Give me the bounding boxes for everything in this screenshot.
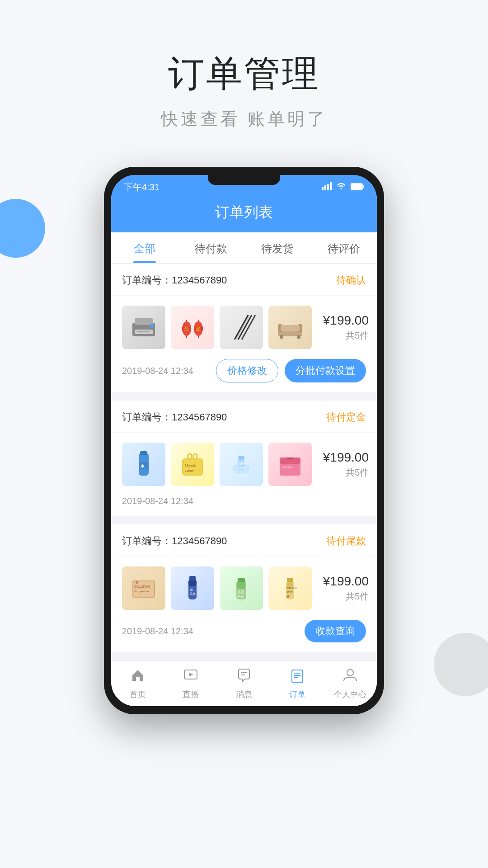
svg-rect-29 [280, 335, 283, 339]
receipt-query-button[interactable]: 收款查询 [305, 620, 366, 642]
svg-text:Swisse: Swisse [282, 466, 292, 469]
nav-order[interactable]: 订单 [271, 661, 324, 706]
hero-title: 订单管理 [161, 50, 328, 99]
status-icons [322, 182, 364, 193]
nav-profile[interactable]: 个人中心 [324, 661, 377, 706]
svg-rect-68 [287, 578, 293, 582]
phone-mockup: 下午4:31 [104, 167, 384, 714]
product-img-lantern: 囍 囍 [171, 306, 214, 349]
svg-marker-73 [189, 673, 193, 676]
order-2-products: 水 Monde Cream [111, 433, 377, 496]
order-3-product-images: GALLETAS Campesinas 蓝 [122, 566, 312, 610]
order-2-date: 2019-08-24 12:34 [122, 496, 193, 506]
product-img-bag: Monde Cream [171, 443, 214, 486]
order-3-header: 订单编号：1234567890 待付尾款 [111, 524, 377, 557]
phone-screen: 下午4:31 [111, 175, 377, 706]
svg-rect-4 [351, 184, 362, 190]
svg-point-80 [347, 670, 353, 676]
svg-text:护发: 护发 [237, 595, 244, 598]
nav-home-label: 首页 [130, 689, 146, 700]
svg-text:SPF: SPF [239, 462, 246, 466]
svg-text:囍: 囍 [184, 326, 189, 331]
order-card-1: 订单编号：1234567890 待确认 [111, 264, 377, 392]
svg-rect-10 [137, 331, 150, 332]
phone-notch [208, 175, 280, 185]
product-img-brush [220, 306, 263, 349]
order-tabs: 全部 待付款 待发货 待评价 [111, 232, 377, 264]
order-card-3: 订单编号：1234567890 待付尾款 GALLETAS Camp [111, 524, 377, 652]
nav-live[interactable]: 直播 [164, 661, 218, 706]
svg-text:Cream: Cream [185, 469, 194, 472]
svg-rect-58 [189, 576, 196, 580]
svg-rect-50 [287, 458, 293, 459]
order-3-products: GALLETAS Campesinas 蓝 [111, 557, 377, 620]
svg-rect-76 [292, 670, 303, 683]
product-img-spray: 蓝 洗护 [171, 566, 214, 610]
svg-text:洗护: 洗护 [190, 592, 196, 595]
svg-rect-7 [135, 318, 153, 325]
svg-text:囍: 囍 [196, 326, 201, 331]
bg-circle-left [0, 199, 45, 258]
nav-order-label: 订单 [289, 689, 305, 700]
signal-icon [322, 182, 332, 193]
order-2-header: 订单编号：1234567890 待付定金 [111, 401, 377, 433]
order-1-footer: 2019-08-24 12:34 价格修改 分批付款设置 [111, 359, 377, 392]
svg-rect-62 [237, 581, 245, 589]
svg-text:水: 水 [140, 464, 145, 468]
order-1-product-images: 囍 囍 [122, 306, 312, 349]
svg-text:Campesinas: Campesinas [134, 590, 149, 593]
order-3-price-amount: ¥199.00 [319, 574, 369, 589]
order-1-number: 订单编号：1234567890 [122, 274, 227, 287]
order-2-number: 订单编号：1234567890 [122, 410, 227, 424]
product-img-box: Swisse [268, 443, 312, 486]
svg-rect-3 [330, 182, 332, 190]
tab-pending-payment[interactable]: 待付款 [178, 232, 244, 263]
svg-text:洗发: 洗发 [237, 590, 244, 594]
order-2-price: ¥199.00 共5件 [319, 450, 369, 479]
bg-circle-right [434, 633, 488, 696]
svg-text:液: 液 [286, 595, 290, 598]
wifi-icon [336, 182, 346, 193]
svg-line-23 [242, 315, 255, 340]
svg-point-9 [150, 324, 153, 328]
nav-message[interactable]: 消息 [217, 661, 271, 706]
batch-payment-button[interactable]: 分批付款设置 [285, 359, 366, 382]
order-2-status: 待付定金 [326, 410, 366, 424]
order-2-price-count: 共5件 [319, 467, 369, 479]
order-2-footer: 2019-08-24 12:34 [111, 496, 377, 516]
tab-all[interactable]: 全部 [111, 232, 178, 263]
product-img-bottle: 水 [122, 443, 165, 486]
svg-text:Monde: Monde [185, 463, 196, 467]
profile-icon [343, 668, 357, 686]
svg-line-22 [238, 315, 252, 340]
message-icon [237, 668, 251, 686]
order-3-actions: 收款查询 [305, 620, 366, 642]
battery-icon [351, 182, 364, 193]
product-img-serum: 精华 液 ANESSA [268, 566, 312, 610]
svg-rect-52 [133, 581, 154, 597]
price-modify-button[interactable]: 价格修改 [216, 359, 278, 382]
svg-point-44 [238, 456, 244, 459]
svg-text:50+: 50+ [238, 466, 244, 470]
order-3-price-count: 共5件 [319, 590, 369, 603]
order-3-price: ¥199.00 共5件 [319, 574, 369, 603]
bottom-nav: 首页 直播 [111, 660, 377, 706]
svg-rect-63 [238, 578, 245, 582]
product-img-cream: SPF 50+ [220, 443, 263, 486]
nav-profile-label: 个人中心 [334, 689, 366, 700]
app-header: 订单列表 [111, 198, 377, 232]
order-icon [290, 668, 305, 686]
order-card-2: 订单编号：1234567890 待付定金 水 [111, 401, 377, 516]
live-icon [183, 668, 198, 686]
order-1-actions: 价格修改 分批付款设置 [216, 359, 366, 382]
order-1-date: 2019-08-24 12:34 [122, 366, 193, 376]
nav-home[interactable]: 首页 [111, 661, 164, 706]
tab-pending-shipment[interactable]: 待发货 [244, 232, 310, 263]
product-img-sofa [268, 306, 312, 349]
order-list: 订单编号：1234567890 待确认 [111, 264, 377, 652]
svg-rect-30 [297, 335, 300, 339]
nav-live-label: 直播 [183, 689, 199, 700]
svg-text:GALLETAS: GALLETAS [134, 585, 150, 588]
order-1-status: 待确认 [336, 274, 366, 287]
tab-pending-review[interactable]: 待评价 [310, 232, 377, 263]
